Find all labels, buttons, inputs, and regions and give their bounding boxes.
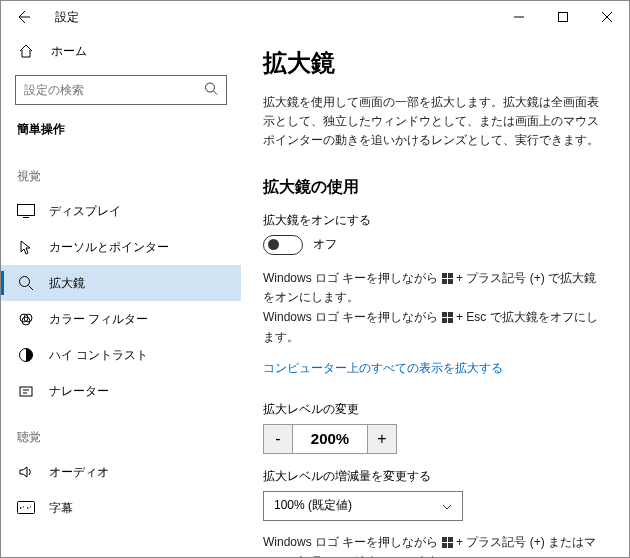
windows-logo-icon [442,537,453,548]
minimize-icon [514,12,524,22]
sidebar-item-display[interactable]: ディスプレイ [1,193,241,229]
svg-rect-20 [442,543,447,548]
sidebar-item-label: カラー フィルター [49,311,148,328]
category-title: 簡単操作 [1,115,241,148]
window-title: 設定 [55,9,79,26]
cursor-icon [17,238,35,256]
sidebar-item-captions[interactable]: 字幕 [1,490,241,526]
hint-zoom-keys: Windows ロゴ キーを押しながら + プラス記号 (+) またはマイナス記… [263,533,603,557]
content-area: 拡大鏡 拡大鏡を使用して画面の一部を拡大します。拡大鏡は全画面表示として、独立し… [241,33,629,557]
arrow-left-icon [15,9,31,25]
maximize-icon [558,12,568,22]
sidebar-item-cursor[interactable]: カーソルとポインター [1,229,241,265]
display-icon [17,202,35,220]
windows-logo-icon [442,312,453,323]
group-hearing-label: 聴覚 [1,409,241,454]
svg-rect-18 [442,537,447,542]
search-icon [204,82,218,99]
select-value: 100% (既定値) [274,497,352,514]
sidebar: ホーム 簡単操作 視覚 ディスプレイ カーソルとポインター [1,33,241,557]
sidebar-item-narrator[interactable]: ナレーター [1,373,241,409]
captions-icon [17,499,35,517]
home-label: ホーム [51,43,87,60]
hint-turn-off: Windows ロゴ キーを押しながら + Esc で拡大鏡をオフにします。 [263,308,603,348]
zoom-increment-select[interactable]: 100% (既定値) [263,491,463,521]
back-button[interactable] [11,5,35,29]
zoom-level-label: 拡大レベルの変更 [263,401,603,418]
maximize-button[interactable] [541,2,585,32]
narrator-icon [17,382,35,400]
sidebar-item-label: カーソルとポインター [49,239,169,256]
svg-rect-8 [20,387,32,396]
zoom-decrease-button[interactable]: - [263,424,293,454]
zoom-increment-label: 拡大レベルの増減量を変更する [263,468,603,485]
sidebar-item-audio[interactable]: オーディオ [1,454,241,490]
home-button[interactable]: ホーム [1,33,241,69]
close-button[interactable] [585,2,629,32]
home-icon [17,42,35,60]
link-enlarge-all[interactable]: コンピューター上のすべての表示を拡大する [263,360,503,377]
svg-rect-12 [442,279,447,284]
windows-logo-icon [442,273,453,284]
zoom-level-stepper: - 200% + [263,424,603,454]
page-title: 拡大鏡 [263,47,603,79]
sidebar-item-label: ディスプレイ [49,203,121,220]
svg-rect-9 [18,502,35,514]
chevron-down-icon [442,499,452,513]
toggle-knob [268,239,279,250]
magnifier-icon [17,274,35,292]
section-use-title: 拡大鏡の使用 [263,177,603,198]
hint-turn-on: Windows ロゴ キーを押しながら + プラス記号 (+) で拡大鏡をオンに… [263,269,603,309]
svg-rect-10 [442,273,447,278]
sidebar-item-label: ハイ コントラスト [49,347,148,364]
svg-rect-14 [442,312,447,317]
zoom-increase-button[interactable]: + [367,424,397,454]
svg-point-3 [20,277,30,287]
zoom-level-value: 200% [293,424,367,454]
sidebar-item-label: オーディオ [49,464,109,481]
svg-rect-0 [559,13,568,22]
page-description: 拡大鏡を使用して画面の一部を拡大します。拡大鏡は全画面表示として、独立したウィン… [263,93,603,151]
toggle-label: 拡大鏡をオンにする [263,212,603,229]
magnifier-toggle[interactable] [263,235,303,255]
sidebar-item-label: ナレーター [49,383,109,400]
search-box[interactable] [15,75,227,105]
group-vision-label: 視覚 [1,148,241,193]
sidebar-item-color-filter[interactable]: カラー フィルター [1,301,241,337]
minimize-button[interactable] [497,2,541,32]
sidebar-item-magnifier[interactable]: 拡大鏡 [1,265,241,301]
sidebar-item-label: 字幕 [49,500,73,517]
search-input[interactable] [16,76,226,104]
sidebar-item-high-contrast[interactable]: ハイ コントラスト [1,337,241,373]
svg-point-1 [206,83,215,92]
titlebar: 設定 [1,1,629,33]
sidebar-item-label: 拡大鏡 [49,275,85,292]
svg-rect-2 [18,205,35,216]
audio-icon [17,463,35,481]
contrast-icon [17,346,35,364]
svg-rect-16 [442,318,447,323]
toggle-state: オフ [313,236,337,253]
color-filter-icon [17,310,35,328]
close-icon [602,12,612,22]
